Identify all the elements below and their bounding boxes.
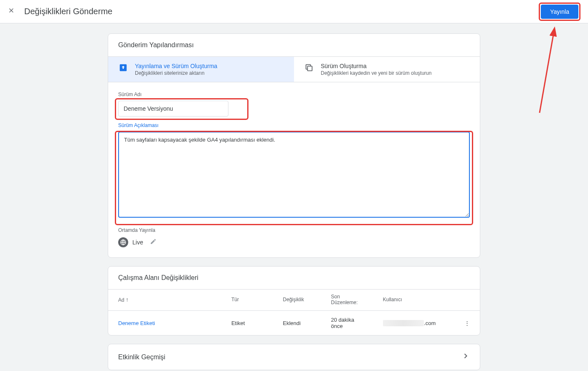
version-name-label: Sürüm Adı [118,91,470,97]
sort-arrow-up-icon: ↑ [126,296,129,303]
change-user: .com [373,311,454,335]
publish-button-highlight: Yayınla [539,3,580,21]
dialog-header: Değişiklikleri Gönderme Yayınla [0,0,588,23]
upload-icon [118,63,128,73]
column-last-edit[interactable]: Son Düzenleme: [321,290,373,311]
publish-button[interactable]: Yayınla [541,5,578,19]
environment-row: Live [118,237,470,247]
content-container: Gönderim Yapılandırması Yayınlama ve Sür… [108,33,480,370]
row-actions-menu[interactable]: ⋮ [454,311,480,335]
table-row: Deneme Etiketi Etiket Eklendi 20 dakika … [108,311,480,335]
submission-config-card: Gönderim Yapılandırması Yayınlama ve Sür… [108,33,480,258]
version-desc-textarea[interactable] [118,132,470,218]
copy-icon [304,63,314,73]
tab-desc: Değişiklikleri kaydedin ve yeni bir sürü… [321,70,431,76]
tab-text: Yayınlama ve Sürüm Oluşturma Değişiklikl… [135,63,217,76]
dialog-title: Değişiklikleri Gönderme [24,7,112,16]
annotation-arrow [535,25,560,117]
activity-history-title: Etkinlik Geçmişi [118,353,165,361]
svg-line-7 [540,30,554,113]
activity-history-card[interactable]: Etkinlik Geçmişi [108,344,480,370]
version-name-row [118,101,470,117]
submission-config-title: Gönderim Yapılandırması [108,34,480,57]
change-name-link[interactable]: Deneme Etiketi [108,311,221,335]
column-type[interactable]: Tür [221,290,273,311]
table-header-row: Ad ↑ Tür Değişiklik Son Düzenleme: Kulla… [108,290,480,311]
workspace-changes-card: Çalışma Alanı Değişiklikleri Ad ↑ Tür De… [108,266,480,335]
version-desc-wrap [118,132,470,219]
chevron-right-icon [461,352,470,362]
column-user[interactable]: Kullanıcı [373,290,454,311]
close-icon[interactable] [8,7,15,16]
tab-label: Yayınlama ve Sürüm Oluşturma [135,63,217,69]
globe-icon [118,237,128,247]
edit-environment-icon[interactable] [150,238,157,246]
workspace-changes-title: Çalışma Alanı Değişiklikleri [108,267,480,289]
tab-text: Sürüm Oluşturma Değişiklikleri kaydedin … [321,63,431,76]
column-name[interactable]: Ad ↑ [108,290,221,311]
tab-desc: Değişiklikleri sitelerinize aktarın [135,70,217,76]
header-left: Değişiklikleri Gönderme [8,7,112,16]
change-type: Etiket [221,311,273,335]
tab-create-version[interactable]: Sürüm Oluşturma Değişiklikleri kaydedin … [294,57,480,82]
svg-rect-3 [307,66,312,71]
column-change[interactable]: Değişiklik [273,290,321,311]
config-tabs: Yayınlama ve Sürüm Oluşturma Değişiklikl… [108,57,480,82]
tab-label: Sürüm Oluşturma [321,63,431,69]
config-card-body: Sürüm Adı Sürüm Açıklaması Ortamda Yayın… [108,82,480,257]
environment-name: Live [132,239,143,246]
tab-publish-and-version[interactable]: Yayınlama ve Sürüm Oluşturma Değişiklikl… [108,57,294,82]
change-action: Eklendi [273,311,321,335]
environment-label: Ortamda Yayınla [118,227,470,233]
changes-table: Ad ↑ Tür Değişiklik Son Düzenleme: Kulla… [108,289,480,335]
column-actions [454,290,480,311]
change-last-edit: 20 dakika önce [321,311,373,335]
version-name-input[interactable] [118,101,228,117]
version-desc-label: Sürüm Açıklaması [118,122,470,128]
